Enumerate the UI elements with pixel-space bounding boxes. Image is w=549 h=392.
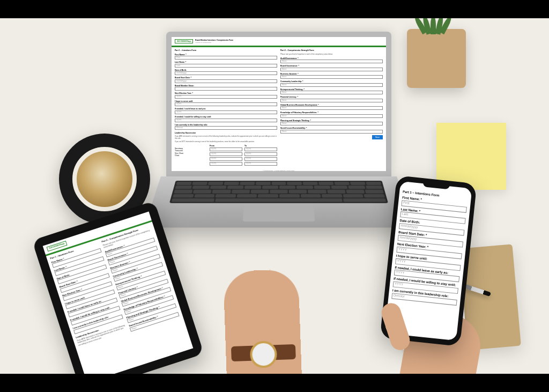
first-name-input[interactable]: First <box>175 56 277 60</box>
desk-scene: SUCCESSIONapp Board Member Intentions / … <box>0 18 549 374</box>
letterbox-bottom <box>0 374 549 392</box>
treasurer-from[interactable]: YYYY <box>210 152 242 156</box>
app-logo: SUCCESSIONapp <box>175 39 193 43</box>
secretary-from[interactable]: YYYY <box>210 147 242 151</box>
wristwatch <box>231 344 296 361</box>
stay-until-input[interactable]: YYYY <box>175 119 277 122</box>
succession-title: Leadership Succession <box>175 132 277 135</box>
last-name-input[interactable]: Last <box>175 64 277 68</box>
footer-copyright: © successionapp · All Rights Reserved · … <box>172 169 386 171</box>
laptop-base <box>144 176 414 227</box>
board-start-input[interactable]: mm/dd/yyyy <box>175 79 277 83</box>
treasurer-to[interactable]: YYYY <box>244 152 277 156</box>
part1-column: Part 1 – Intentions Form First Name: *Fi… <box>175 49 277 167</box>
page-title: Board Member Intentions / Competencies F… <box>195 39 233 41</box>
dob-input[interactable]: mm/dd/yyyy <box>175 71 277 75</box>
letterbox-top <box>0 0 549 18</box>
laptop-keyboard <box>169 181 388 203</box>
save-button[interactable]: Save <box>372 135 383 139</box>
boardgov-select[interactable]: None <box>280 68 383 71</box>
laptop: SUCCESSIONapp Board Member Intentions / … <box>166 32 391 246</box>
planning-select[interactable]: None <box>280 122 383 125</box>
finlit-select[interactable]: None <box>280 99 383 102</box>
left-hand <box>223 269 302 374</box>
vicechair-to[interactable]: YYYY <box>244 157 277 161</box>
secretary-to[interactable]: YYYY <box>244 147 277 151</box>
next-election-input[interactable]: YYYY <box>175 95 277 99</box>
entrep-select[interactable]: None <box>280 91 383 94</box>
audit-select[interactable]: None <box>280 60 383 63</box>
part2-desc: Please rate your level of expertise in e… <box>280 54 383 56</box>
succulent-plant <box>418 18 455 48</box>
part2-title: Part 2 – Competencies Strength Form <box>280 49 383 52</box>
bizacumen-select[interactable]: None <box>280 75 383 79</box>
leave-early-input[interactable]: YYYY <box>175 110 277 114</box>
vicechair-from[interactable]: YYYY <box>210 157 242 161</box>
chair-to[interactable]: YYYY <box>244 162 277 166</box>
page-subtitle: Powered by successionapp <box>195 42 233 43</box>
community-select[interactable]: None <box>280 83 383 87</box>
part2-column: Part 2 – Competencies Strength Form Plea… <box>280 49 383 167</box>
fiduciary-select[interactable]: None <box>280 114 383 118</box>
member-since-input[interactable] <box>175 87 277 91</box>
sticky-note-pad <box>436 123 506 190</box>
wooden-planter <box>407 29 466 88</box>
laptop-screen: SUCCESSIONapp Board Member Intentions / … <box>172 37 386 171</box>
chair-from[interactable]: YYYY <box>210 162 242 166</box>
current-role-select[interactable]: Director <box>175 126 277 130</box>
app-header: SUCCESSIONapp Board Member Intentions / … <box>172 37 386 47</box>
part1-title: Part 1 – Intentions Form <box>175 49 277 52</box>
hope-serve-input[interactable]: YYYY <box>175 102 277 106</box>
succession-table: Secretary Treasurer Vice Chair Chair Fro… <box>175 145 277 167</box>
laptop-lid: SUCCESSIONapp Board Member Intentions / … <box>166 32 391 176</box>
laptop-trackpad <box>243 205 315 221</box>
succession-desc2: If you are NOT interested in serving in … <box>175 141 277 143</box>
succession-desc: If you ARE interested in serving in one … <box>175 136 277 140</box>
social-select[interactable]: None <box>280 130 383 134</box>
global-select[interactable]: None <box>280 106 383 110</box>
role-chair: Chair <box>175 154 207 157</box>
coffee-cup <box>72 147 137 211</box>
